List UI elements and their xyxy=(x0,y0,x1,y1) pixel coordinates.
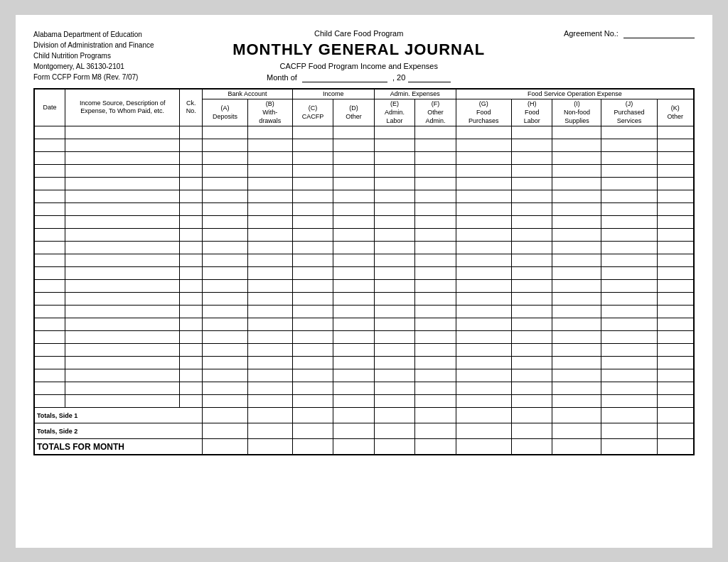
cell-b[interactable] xyxy=(247,293,292,306)
cell-h[interactable] xyxy=(511,229,552,242)
cell-date[interactable] xyxy=(34,369,65,382)
cell-g[interactable] xyxy=(456,254,511,267)
cell-d[interactable] xyxy=(333,331,374,344)
cell-h[interactable] xyxy=(511,254,552,267)
cell-e[interactable] xyxy=(374,293,414,306)
cell-e[interactable] xyxy=(374,229,414,242)
cell-h[interactable] xyxy=(511,126,552,139)
cell-f[interactable] xyxy=(415,267,456,280)
cell-j[interactable] xyxy=(601,216,657,229)
cell-f[interactable] xyxy=(415,357,456,369)
cell-e[interactable] xyxy=(374,318,414,331)
cell-d[interactable] xyxy=(333,369,374,382)
cell-j[interactable] xyxy=(601,344,657,357)
cell-a[interactable] xyxy=(203,216,247,229)
cell-f[interactable] xyxy=(415,318,456,331)
cell-i[interactable] xyxy=(552,126,601,139)
cell-a[interactable] xyxy=(203,331,247,344)
cell-g[interactable] xyxy=(456,242,511,254)
cell-k[interactable] xyxy=(657,178,694,190)
cell-desc[interactable] xyxy=(65,152,180,165)
cell-ck[interactable] xyxy=(180,331,203,344)
cell-g[interactable] xyxy=(456,203,511,216)
cell-desc[interactable] xyxy=(65,395,180,408)
cell-i[interactable] xyxy=(552,382,601,395)
cell-k[interactable] xyxy=(657,216,694,229)
cell-j[interactable] xyxy=(601,254,657,267)
cell-desc[interactable] xyxy=(65,254,180,267)
cell-j[interactable] xyxy=(601,139,657,152)
cell-ck[interactable] xyxy=(180,126,203,139)
cell-a[interactable] xyxy=(203,190,247,203)
cell-e[interactable] xyxy=(374,254,414,267)
cell-date[interactable] xyxy=(34,165,65,178)
cell-date[interactable] xyxy=(34,344,65,357)
cell-date[interactable] xyxy=(34,318,65,331)
cell-i[interactable] xyxy=(552,306,601,318)
cell-desc[interactable] xyxy=(65,203,180,216)
cell-desc[interactable] xyxy=(65,126,180,139)
cell-a[interactable] xyxy=(203,306,247,318)
cell-ck[interactable] xyxy=(180,216,203,229)
cell-k[interactable] xyxy=(657,382,694,395)
cell-desc[interactable] xyxy=(65,267,180,280)
cell-c[interactable] xyxy=(292,306,333,318)
cell-desc[interactable] xyxy=(65,165,180,178)
cell-c[interactable] xyxy=(292,382,333,395)
cell-b[interactable] xyxy=(247,395,292,408)
cell-f[interactable] xyxy=(415,190,456,203)
cell-j[interactable] xyxy=(601,357,657,369)
cell-e[interactable] xyxy=(374,126,414,139)
cell-ck[interactable] xyxy=(180,254,203,267)
cell-date[interactable] xyxy=(34,254,65,267)
cell-k[interactable] xyxy=(657,357,694,369)
cell-date[interactable] xyxy=(34,280,65,293)
cell-e[interactable] xyxy=(374,267,414,280)
cell-ck[interactable] xyxy=(180,344,203,357)
cell-g[interactable] xyxy=(456,357,511,369)
cell-c[interactable] xyxy=(292,280,333,293)
cell-k[interactable] xyxy=(657,242,694,254)
cell-date[interactable] xyxy=(34,331,65,344)
cell-i[interactable] xyxy=(552,293,601,306)
agreement-field[interactable] xyxy=(623,29,695,38)
cell-a[interactable] xyxy=(203,126,247,139)
cell-a[interactable] xyxy=(203,203,247,216)
cell-date[interactable] xyxy=(34,203,65,216)
cell-i[interactable] xyxy=(552,267,601,280)
cell-g[interactable] xyxy=(456,395,511,408)
cell-ck[interactable] xyxy=(180,369,203,382)
cell-date[interactable] xyxy=(34,139,65,152)
cell-k[interactable] xyxy=(657,126,694,139)
cell-ck[interactable] xyxy=(180,139,203,152)
cell-c[interactable] xyxy=(292,293,333,306)
cell-date[interactable] xyxy=(34,126,65,139)
cell-h[interactable] xyxy=(511,203,552,216)
cell-e[interactable] xyxy=(374,395,414,408)
cell-date[interactable] xyxy=(34,395,65,408)
cell-e[interactable] xyxy=(374,152,414,165)
cell-a[interactable] xyxy=(203,395,247,408)
cell-desc[interactable] xyxy=(65,178,180,190)
cell-g[interactable] xyxy=(456,190,511,203)
cell-desc[interactable] xyxy=(65,190,180,203)
cell-e[interactable] xyxy=(374,178,414,190)
cell-h[interactable] xyxy=(511,190,552,203)
cell-i[interactable] xyxy=(552,344,601,357)
cell-j[interactable] xyxy=(601,318,657,331)
cell-g[interactable] xyxy=(456,178,511,190)
cell-desc[interactable] xyxy=(65,280,180,293)
cell-date[interactable] xyxy=(34,382,65,395)
cell-d[interactable] xyxy=(333,254,374,267)
cell-e[interactable] xyxy=(374,280,414,293)
cell-b[interactable] xyxy=(247,152,292,165)
cell-j[interactable] xyxy=(601,178,657,190)
cell-h[interactable] xyxy=(511,280,552,293)
cell-b[interactable] xyxy=(247,242,292,254)
cell-h[interactable] xyxy=(511,306,552,318)
cell-a[interactable] xyxy=(203,139,247,152)
cell-a[interactable] xyxy=(203,152,247,165)
cell-f[interactable] xyxy=(415,344,456,357)
cell-ck[interactable] xyxy=(180,306,203,318)
cell-desc[interactable] xyxy=(65,229,180,242)
